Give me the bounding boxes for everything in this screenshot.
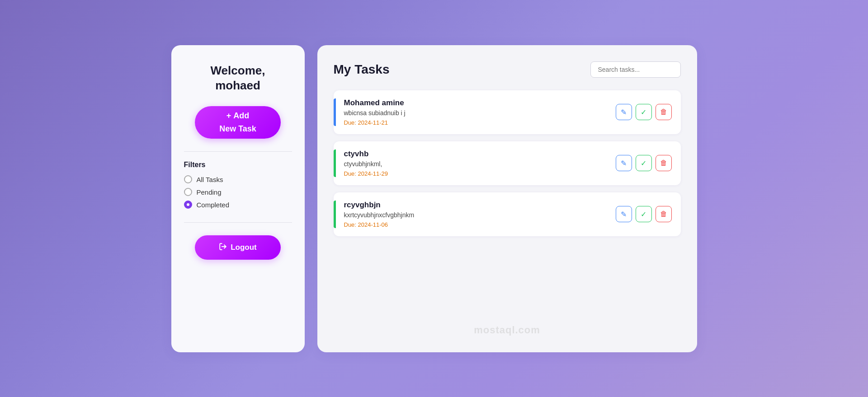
logout-icon (219, 243, 227, 253)
edit-task-button[interactable]: ✎ (616, 155, 632, 171)
delete-task-button[interactable]: 🗑 (656, 206, 672, 222)
filter-all-radio[interactable] (184, 175, 192, 183)
task-due-date: Due: 2024-11-06 (344, 221, 616, 228)
edit-task-button[interactable]: ✎ (616, 104, 632, 120)
sidebar: Welcome, mohaed + Add New Task Filters A… (171, 45, 305, 352)
trash-icon: 🗑 (660, 159, 667, 167)
delete-task-button[interactable]: 🗑 (656, 155, 672, 171)
task-due-date: Due: 2024-11-21 (344, 119, 616, 126)
task-content: ctyvhb ctyvubhjnkml, Due: 2024-11-29 (344, 149, 616, 177)
filter-pending-label: Pending (197, 188, 222, 196)
check-icon: ✓ (641, 159, 646, 168)
filter-completed[interactable]: Completed (184, 201, 292, 209)
filter-pending-radio[interactable] (184, 188, 192, 196)
filter-completed-label: Completed (197, 201, 230, 209)
search-input[interactable] (590, 61, 681, 78)
filter-all-tasks[interactable]: All Tasks (184, 175, 292, 183)
filter-completed-radio[interactable] (184, 201, 192, 209)
plus-icon: + (226, 111, 231, 121)
complete-task-button[interactable]: ✓ (636, 155, 652, 171)
main-header: My Tasks (334, 61, 681, 78)
divider-bottom (184, 222, 292, 223)
filters-heading: Filters (184, 161, 206, 169)
check-icon: ✓ (641, 108, 646, 117)
task-due-date: Due: 2024-11-29 (344, 170, 616, 177)
watermark: mostaql.com (334, 311, 681, 336)
task-border-indicator (334, 98, 336, 126)
task-content: Mohamed amine wbicnsa subiadnuib i j Due… (344, 98, 616, 126)
add-task-label: Add (233, 111, 249, 121)
logout-button[interactable]: Logout (195, 235, 281, 260)
page-title: My Tasks (334, 62, 390, 77)
task-border-indicator (334, 201, 336, 228)
complete-task-button[interactable]: ✓ (636, 206, 652, 222)
add-task-label-2: New Task (219, 124, 256, 134)
main-panel: My Tasks Mohamed amine wbicnsa subiadnui… (317, 45, 697, 352)
task-description: kxrtcyvubhjnxcfvgbhjnkm (344, 211, 616, 219)
logout-label: Logout (231, 243, 257, 252)
task-title: Mohamed amine (344, 98, 616, 107)
add-task-button[interactable]: + Add New Task (195, 106, 281, 139)
task-title: ctyvhb (344, 149, 616, 159)
divider-top (184, 151, 292, 152)
filter-all-label: All Tasks (197, 176, 223, 183)
edit-task-button[interactable]: ✎ (616, 206, 632, 222)
task-row: rcyvghbjn kxrtcyvubhjnxcfvgbhjnkm Due: 2… (334, 192, 681, 236)
welcome-text: Welcome, mohaed (211, 63, 265, 94)
complete-task-button[interactable]: ✓ (636, 104, 652, 120)
trash-icon: 🗑 (660, 210, 667, 218)
task-content: rcyvghbjn kxrtcyvubhjnxcfvgbhjnkm Due: 2… (344, 201, 616, 228)
trash-icon: 🗑 (660, 108, 667, 116)
edit-icon: ✎ (621, 108, 627, 117)
task-list: Mohamed amine wbicnsa subiadnuib i j Due… (334, 90, 681, 236)
task-description: ctyvubhjnkml, (344, 160, 616, 168)
task-actions: ✎ ✓ 🗑 (616, 104, 672, 120)
task-row: ctyvhb ctyvubhjnkml, Due: 2024-11-29 ✎ ✓… (334, 141, 681, 185)
task-title: rcyvghbjn (344, 201, 616, 210)
task-row: Mohamed amine wbicnsa subiadnuib i j Due… (334, 90, 681, 134)
filter-pending[interactable]: Pending (184, 188, 292, 196)
edit-icon: ✎ (621, 210, 627, 219)
edit-icon: ✎ (621, 159, 627, 168)
check-icon: ✓ (641, 210, 646, 219)
task-actions: ✎ ✓ 🗑 (616, 206, 672, 222)
task-actions: ✎ ✓ 🗑 (616, 155, 672, 171)
task-description: wbicnsa subiadnuib i j (344, 109, 616, 117)
task-border-indicator (334, 149, 336, 177)
delete-task-button[interactable]: 🗑 (656, 104, 672, 120)
